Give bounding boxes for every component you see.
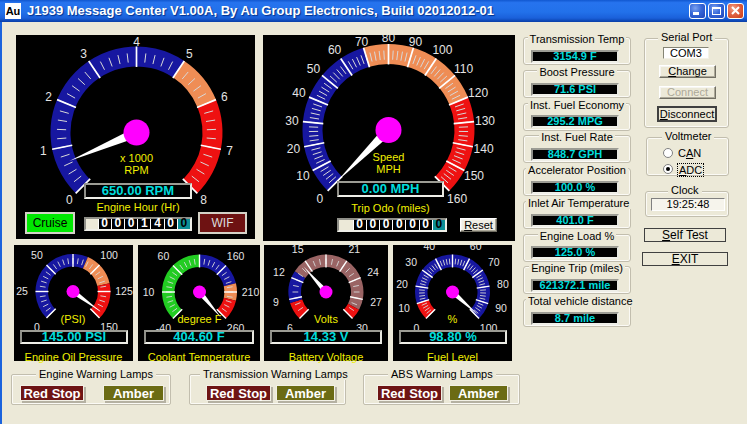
svg-text:140: 140 (474, 142, 494, 156)
svg-text:150: 150 (464, 169, 484, 183)
svg-text:60: 60 (328, 43, 342, 57)
svg-text:75: 75 (67, 245, 79, 246)
svg-text:110: 110 (454, 62, 473, 76)
svg-text:degree F: degree F (177, 313, 221, 325)
svg-text:10: 10 (143, 286, 155, 298)
svg-text:27: 27 (370, 296, 382, 308)
svg-text:40: 40 (292, 86, 306, 100)
svg-text:50: 50 (31, 249, 43, 261)
svg-text:9: 9 (273, 296, 279, 308)
svg-text:1: 1 (40, 144, 47, 158)
svg-text:%: % (448, 313, 458, 325)
svg-text:30: 30 (285, 114, 299, 128)
svg-text:21: 21 (348, 245, 360, 255)
svg-text:120: 120 (468, 86, 488, 100)
svg-text:50: 50 (307, 62, 321, 76)
svg-text:12: 12 (273, 266, 285, 278)
svg-text:7: 7 (226, 144, 233, 158)
svg-text:100: 100 (432, 43, 452, 57)
svg-text:20: 20 (396, 278, 408, 290)
svg-text:MPH: MPH (376, 163, 401, 175)
svg-text:130: 130 (475, 114, 495, 128)
svg-text:0: 0 (66, 193, 73, 207)
svg-text:3: 3 (80, 47, 87, 61)
svg-text:80: 80 (497, 278, 509, 290)
svg-text:125: 125 (115, 285, 133, 297)
svg-text:25: 25 (16, 285, 28, 297)
svg-text:4: 4 (133, 35, 140, 49)
svg-text:60: 60 (158, 250, 170, 262)
svg-text:50: 50 (447, 245, 459, 247)
svg-text:2: 2 (45, 90, 52, 104)
svg-text:5: 5 (186, 47, 193, 61)
svg-text:70: 70 (488, 256, 500, 268)
svg-text:8: 8 (200, 193, 207, 207)
svg-text:10: 10 (398, 302, 410, 314)
svg-text:15: 15 (292, 245, 304, 255)
svg-text:6: 6 (221, 90, 228, 104)
svg-text:90: 90 (409, 35, 423, 49)
svg-text:30: 30 (405, 256, 417, 268)
svg-text:40: 40 (423, 245, 435, 252)
svg-text:18: 18 (320, 245, 332, 247)
svg-text:100: 100 (100, 249, 118, 261)
svg-text:10: 10 (296, 169, 310, 183)
svg-text:Speed: Speed (373, 151, 405, 163)
svg-text:RPM: RPM (124, 164, 148, 176)
svg-text:60: 60 (470, 245, 482, 252)
svg-text:Volts: Volts (314, 313, 338, 325)
svg-text:160: 160 (447, 192, 467, 206)
svg-text:160: 160 (227, 250, 245, 262)
svg-text:0: 0 (317, 192, 324, 206)
svg-text:24: 24 (367, 266, 379, 278)
svg-text:70: 70 (355, 35, 369, 49)
svg-text:80: 80 (382, 35, 396, 45)
svg-text:210: 210 (242, 286, 260, 298)
svg-text:20: 20 (287, 142, 301, 156)
svg-text:(PSI): (PSI) (60, 313, 85, 325)
svg-text:90: 90 (495, 302, 507, 314)
svg-text:x 1000: x 1000 (120, 152, 153, 164)
svg-text:110: 110 (191, 245, 208, 247)
